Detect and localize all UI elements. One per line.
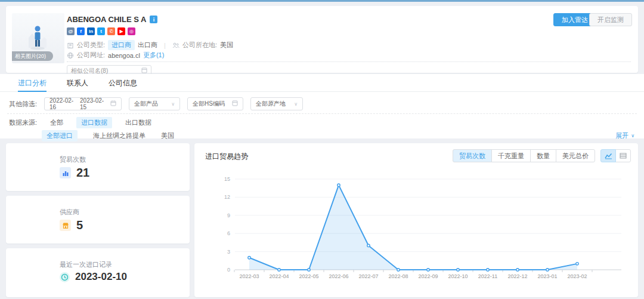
photo-caption[interactable]: 相关图片(20): [12, 51, 53, 61]
website-value[interactable]: abengoa.cl: [108, 52, 140, 59]
importer-tag[interactable]: 进口商: [108, 40, 135, 50]
dashed-separator: [7, 113, 637, 114]
x-tick-label: 2022-06: [329, 273, 348, 279]
company-badge-icon[interactable]: i: [150, 16, 157, 23]
area-fill: [249, 185, 577, 270]
filter-row: 其他筛选: 2022-02-16 2023-02-15 全部产品 ∨ 全部HS编…: [9, 97, 303, 110]
data-point: [457, 269, 459, 271]
source-import-data[interactable]: 进口数据: [76, 117, 112, 128]
source-export-data[interactable]: 出口数据: [125, 118, 151, 127]
data-point: [516, 269, 519, 271]
instagram-icon[interactable]: ◎: [128, 27, 135, 35]
phone-icon[interactable]: ✆: [107, 27, 115, 35]
tab-import-analysis[interactable]: 进口分析: [18, 74, 47, 92]
trade-count-card: 贸易次数 21: [6, 143, 190, 191]
youtube-icon[interactable]: ▶: [117, 27, 125, 35]
x-tick-label: 2022-09: [418, 273, 438, 279]
chart-title: 进口贸易趋势: [205, 152, 248, 162]
tab-contacts[interactable]: 联系人: [67, 74, 88, 92]
start-monitor-button[interactable]: 开启监测: [589, 13, 632, 26]
y-tick-label: 6: [227, 230, 230, 236]
data-point: [248, 257, 250, 259]
import-trend-chart[interactable]: 036912152022-032022-042022-052022-062022…: [194, 165, 638, 295]
data-point: [367, 244, 370, 246]
hs-code-select[interactable]: 全部HS编码: [187, 97, 243, 110]
facebook-icon[interactable]: f: [77, 27, 85, 35]
x-tick-label: 2022-11: [478, 273, 497, 279]
suppliers-value: 5: [76, 218, 83, 232]
product-select[interactable]: 全部产品 ∨: [129, 97, 180, 110]
twitter-icon[interactable]: t: [97, 27, 105, 35]
blog-icon[interactable]: @: [67, 27, 75, 35]
y-tick-label: 0: [227, 267, 230, 273]
website-more-link[interactable]: 更多(1): [143, 51, 164, 60]
data-point: [397, 269, 400, 271]
dotted-separator: [67, 61, 631, 62]
chart-type-toggle-group: [601, 149, 631, 162]
filter-label: 其他筛选:: [9, 100, 37, 109]
last-import-value: 2023-02-10: [75, 271, 127, 283]
y-tick-label: 3: [227, 249, 230, 255]
metric-weight-kg[interactable]: 千克重量: [491, 149, 531, 162]
table-view-toggle-icon[interactable]: [615, 149, 631, 162]
source-all[interactable]: 全部: [50, 118, 63, 127]
data-point: [576, 263, 578, 265]
origin-select[interactable]: 全部原产地 ∨: [250, 97, 303, 110]
data-source-label: 数据来源:: [9, 118, 37, 127]
exporter-tag[interactable]: 出口商: [138, 41, 157, 50]
tab-company-info[interactable]: 公司信息: [109, 74, 137, 92]
chevron-down-icon: ∨: [171, 101, 175, 107]
sub-source-usa[interactable]: 美国: [161, 131, 174, 140]
tabs-row: 进口分析 联系人 公司信息: [0, 74, 644, 92]
metric-trade-count[interactable]: 贸易次数: [453, 149, 492, 162]
sub-source-silk-road[interactable]: 海上丝绸之路提单: [93, 131, 145, 140]
x-tick-label: 2022-12: [507, 273, 527, 279]
suppliers-card: 供应商 5: [6, 196, 190, 243]
suppliers-label: 供应商: [60, 208, 79, 217]
metric-quantity[interactable]: 数量: [530, 149, 556, 162]
data-point: [546, 269, 549, 271]
location-value: 美国: [220, 41, 233, 50]
sub-source-all-import[interactable]: 全部进口: [42, 130, 78, 141]
data-point: [487, 269, 489, 271]
line-chart-toggle-icon[interactable]: [600, 149, 616, 162]
x-tick-label: 2022-08: [388, 273, 408, 279]
date-end: 2023-02-15: [80, 97, 106, 110]
company-photo[interactable]: 相关图片(20): [12, 13, 64, 63]
data-point: [308, 269, 310, 271]
analysis-band: 进口分析 联系人 公司信息 其他筛选: 2022-02-16 2023-02-1…: [0, 74, 644, 138]
company-type-label: 公司类型:: [77, 41, 105, 50]
date-range-picker[interactable]: 2022-02-16 2023-02-15: [44, 97, 122, 110]
last-import-label: 最近一次进口记录: [60, 260, 112, 269]
y-tick-label: 9: [227, 212, 230, 218]
product-select-value: 全部产品: [134, 100, 158, 108]
metric-usd-total[interactable]: 美元总价: [556, 149, 595, 162]
x-tick-label: 2022-04: [269, 273, 289, 279]
company-name: ABENGOA CHILE S A: [67, 15, 146, 24]
divider: |: [164, 42, 166, 49]
x-tick-label: 2022-07: [358, 273, 378, 279]
y-tick-label: 12: [224, 194, 230, 200]
linkedin-icon[interactable]: in: [87, 27, 95, 35]
calendar-icon: [110, 100, 116, 107]
website-icon: [67, 52, 74, 59]
data-source-sub-row: 全部进口 海上丝绸之路提单 美国: [42, 130, 174, 141]
hs-code-value: 全部HS编码: [193, 100, 225, 108]
location-icon: [172, 42, 179, 49]
data-point: [278, 269, 280, 271]
data-point: [338, 184, 340, 186]
data-point: [427, 269, 429, 271]
trend-line: [249, 185, 577, 270]
company-header-card: 相关图片(20) ABENGOA CHILE S A i @fint✆▶◎ 公司…: [6, 6, 638, 73]
bar-chart-icon: [60, 167, 71, 178]
x-tick-label: 2022-10: [448, 273, 467, 279]
company-type-icon: [67, 42, 74, 49]
shop-icon: [60, 220, 71, 231]
website-label: 公司网址:: [77, 51, 105, 60]
last-import-card: 最近一次进口记录 2023-02-10: [6, 248, 190, 297]
origin-select-value: 全部原产地: [256, 100, 286, 108]
expand-link[interactable]: 展开 ∨: [615, 131, 634, 140]
x-tick-label: 2022-05: [299, 273, 318, 279]
chevron-down-icon: ∨: [631, 133, 634, 138]
x-tick-label: 2022-03: [239, 273, 259, 279]
